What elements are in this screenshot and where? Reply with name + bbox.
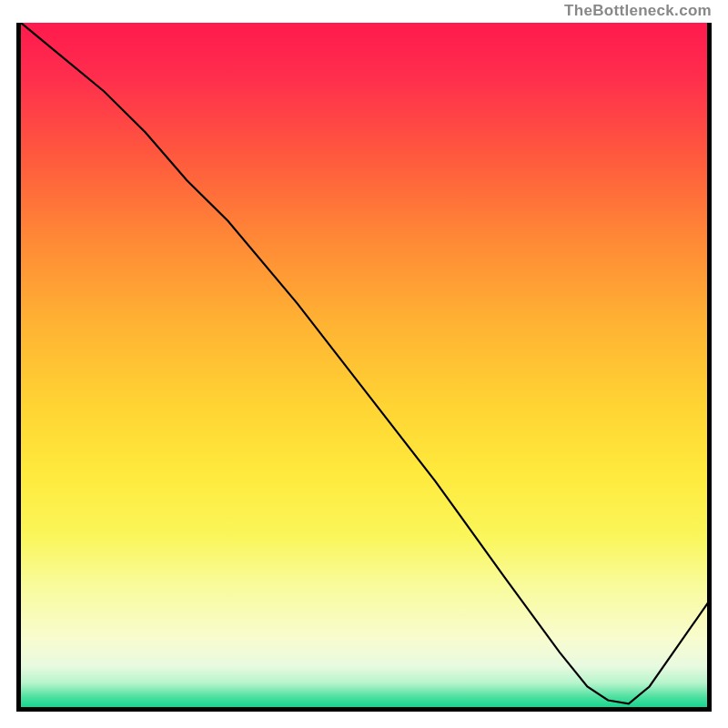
right-border: [707, 23, 712, 712]
line-curve: [21, 23, 712, 703]
chart-svg: [21, 23, 712, 707]
x-axis-border: [16, 707, 712, 712]
watermark-text: TheBottleneck.com: [564, 2, 712, 20]
chart-area: [16, 23, 712, 712]
